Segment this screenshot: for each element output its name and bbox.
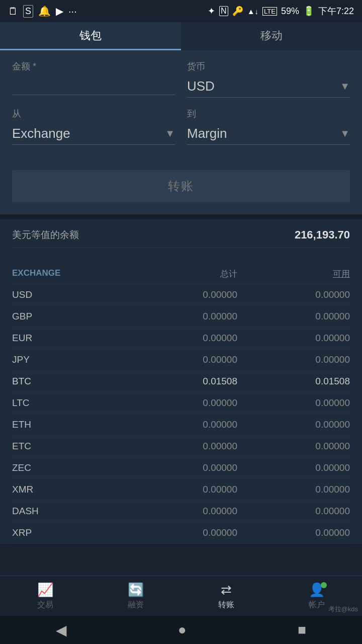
key-icon: 🔑: [232, 6, 243, 17]
cell-total: 0.00000: [125, 462, 237, 473]
bottom-nav: 📈 交易 🔄 融资 ⇄ 转账 👤 帐户: [0, 576, 362, 616]
table-row: XRP0.000000.00000: [12, 522, 350, 544]
transfer-button[interactable]: 转账: [12, 170, 350, 202]
trade-icon: 📈: [37, 582, 53, 598]
back-button[interactable]: ◀: [56, 622, 67, 638]
table-row: ETH0.000000.00000: [12, 414, 350, 436]
cell-avail: 0.00000: [237, 527, 350, 538]
to-value: Margin: [187, 126, 227, 141]
col-avail-label: 可用: [237, 268, 350, 280]
cell-total: 0.00000: [125, 419, 237, 430]
table-header: EXCHANGE 总计 可用: [12, 263, 350, 284]
cell-avail: 0.00000: [237, 333, 350, 344]
play-icon: ▶: [56, 5, 63, 17]
cell-total: 0.00000: [125, 441, 237, 452]
cell-avail: 0.00000: [237, 484, 350, 495]
cell-total: 0.00000: [125, 311, 237, 322]
bell-icon: 🔔: [38, 5, 51, 17]
table-row: USD0.000000.00000: [12, 284, 350, 306]
cell-currency-name: LTC: [12, 397, 125, 409]
clipboard-icon: 🗒: [8, 6, 18, 17]
nav-item-account[interactable]: 👤 帐户: [309, 582, 325, 610]
cell-currency-name: XRP: [12, 527, 125, 538]
nav-item-finance[interactable]: 🔄 融资: [128, 582, 144, 610]
tab-wallet[interactable]: 钱包: [0, 22, 181, 50]
cell-currency-name: DASH: [12, 506, 125, 517]
lte-badge: LTE: [262, 7, 277, 16]
cell-total: 0.00000: [125, 354, 237, 365]
cell-currency-name: GBP: [12, 311, 125, 322]
nav-item-trade[interactable]: 📈 交易: [37, 582, 53, 610]
nav-account-label: 帐户: [309, 600, 325, 610]
more-icon: ···: [68, 6, 77, 17]
nav-transfer-label: 转账: [218, 600, 234, 610]
cell-currency-name: USD: [12, 289, 125, 300]
form-row-amount-currency: 金额 * 货币 USD ▼: [12, 60, 350, 98]
from-display[interactable]: Exchange ▼: [12, 123, 175, 144]
cell-currency-name: XMR: [12, 484, 125, 495]
to-display[interactable]: Margin ▼: [187, 123, 350, 144]
cell-currency-name: BTC: [12, 376, 125, 387]
from-group: 从 Exchange ▼: [12, 108, 175, 145]
table-row: EUR0.000000.00000: [12, 328, 350, 349]
cell-currency-name: EUR: [12, 333, 125, 344]
amount-label: 金额 *: [12, 60, 175, 72]
from-label: 从: [12, 108, 175, 120]
cell-total: 0.00000: [125, 289, 237, 300]
to-select[interactable]: Margin ▼: [187, 123, 350, 145]
cell-avail: 0.00000: [237, 506, 350, 517]
cell-avail: 0.00000: [237, 397, 350, 409]
table-row: BTC0.015080.01508: [12, 371, 350, 392]
from-select[interactable]: Exchange ▼: [12, 123, 175, 145]
table-row: LTC0.000000.00000: [12, 392, 350, 414]
table-row: XMR0.000000.00000: [12, 479, 350, 501]
currency-dropdown-arrow: ▼: [340, 80, 350, 92]
transfer-icon: ⇄: [221, 582, 232, 598]
cell-avail: 0.00000: [237, 462, 350, 473]
home-button[interactable]: ●: [178, 622, 187, 638]
exchange-table: EXCHANGE 总计 可用 USD0.000000.00000GBP0.000…: [0, 263, 362, 544]
cell-total: 0.00000: [125, 527, 237, 538]
system-nav: ◀ ● ■: [0, 616, 362, 644]
nfc-icon: N: [219, 6, 228, 16]
s-icon: S: [23, 5, 33, 18]
currency-select[interactable]: USD ▼: [187, 75, 350, 98]
currency-value: USD: [187, 78, 215, 94]
nav-trade-label: 交易: [37, 600, 53, 610]
cell-currency-name: ZEC: [12, 462, 125, 473]
col-total-label: 总计: [125, 268, 237, 280]
recent-button[interactable]: ■: [298, 622, 306, 638]
to-dropdown-arrow: ▼: [340, 128, 350, 139]
cell-total: 0.01508: [125, 376, 237, 387]
bluetooth-icon: ✦: [208, 6, 215, 17]
currency-display[interactable]: USD ▼: [187, 75, 350, 97]
table-row: DASH0.000000.00000: [12, 501, 350, 522]
cell-total: 0.00000: [125, 506, 237, 517]
status-left-icons: 🗒 S 🔔 ▶ ···: [8, 5, 77, 18]
cell-avail: 0.00000: [237, 289, 350, 300]
balance-section: 美元等值的余额 216,193.70: [0, 219, 362, 263]
time-display: 下午7:22: [318, 5, 354, 17]
cell-avail: 0.00000: [237, 419, 350, 430]
amount-group: 金额 *: [12, 60, 175, 98]
currency-group: 货币 USD ▼: [187, 60, 350, 98]
to-group: 到 Margin ▼: [187, 108, 350, 145]
nav-finance-label: 融资: [128, 600, 144, 610]
balance-row: 美元等值的余额 216,193.70: [12, 228, 350, 248]
balance-value: 216,193.70: [295, 228, 350, 242]
cell-total: 0.00000: [125, 484, 237, 495]
cell-total: 0.00000: [125, 397, 237, 409]
signal-icon: ▲↓: [247, 7, 258, 16]
transfer-btn-wrapper: 转账: [0, 170, 362, 214]
watermark: 考拉@kds: [328, 605, 358, 614]
amount-input[interactable]: [12, 75, 175, 95]
cell-avail: 0.00000: [237, 354, 350, 365]
table-row: ETC0.000000.00000: [12, 436, 350, 457]
col-exchange-label: EXCHANGE: [12, 268, 125, 280]
table-row: JPY0.000000.00000: [12, 349, 350, 371]
nav-item-transfer[interactable]: ⇄ 转账: [218, 582, 234, 610]
battery-text: 59%: [281, 6, 299, 17]
tab-move[interactable]: 移动: [181, 22, 362, 50]
account-online-dot: [321, 582, 327, 588]
cell-currency-name: JPY: [12, 354, 125, 365]
